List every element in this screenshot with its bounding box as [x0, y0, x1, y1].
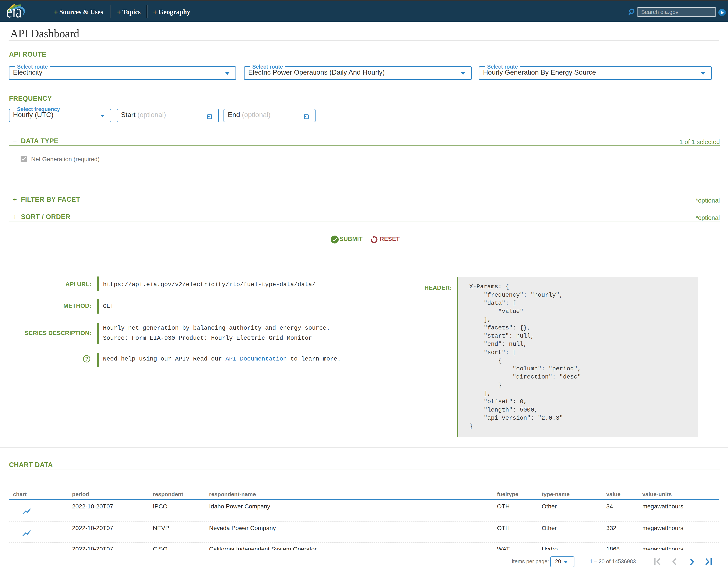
svg-text:eıa: eıa	[6, 3, 22, 21]
svg-text:?: ?	[85, 356, 88, 362]
